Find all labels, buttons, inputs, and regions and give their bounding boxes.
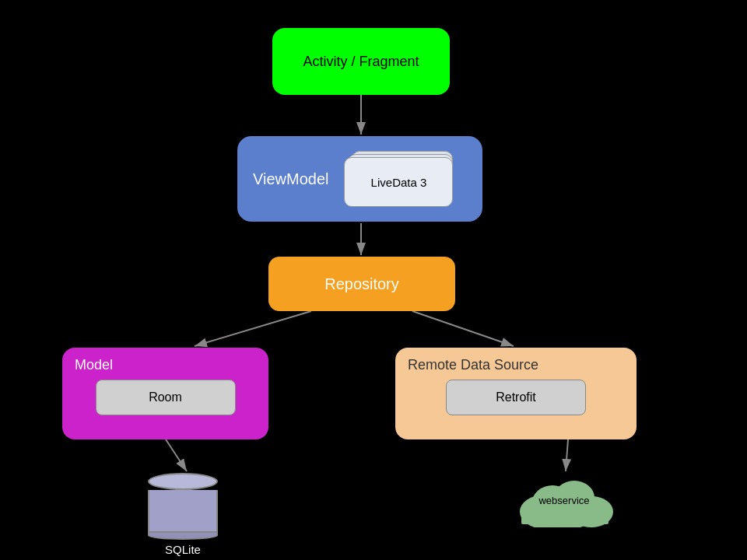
repository-label: Repository (324, 275, 399, 293)
model-box: Model Room (62, 348, 268, 439)
viewmodel-box: ViewModel LiveData 3 (237, 136, 482, 222)
activity-fragment-box: Activity / Fragment (272, 28, 450, 95)
svg-rect-12 (521, 510, 608, 524)
room-label: Room (149, 390, 182, 404)
sqlite-cylinder (148, 473, 218, 540)
architecture-diagram: Activity / Fragment ViewModel LiveData 3… (0, 0, 747, 560)
cylinder-body (148, 490, 218, 533)
repository-box: Repository (268, 257, 455, 311)
model-label: Model (75, 357, 256, 373)
webservice-cloud: webservice (514, 473, 615, 527)
remote-data-source-label: Remote Data Source (408, 357, 624, 373)
svg-line-6 (566, 439, 568, 471)
svg-line-5 (166, 439, 187, 471)
viewmodel-label: ViewModel (253, 170, 328, 188)
retrofit-card: Retrofit (446, 380, 586, 415)
livedata-label: LiveData 3 (371, 176, 427, 189)
sqlite-label: SQLite (165, 543, 201, 556)
livedata-card-front: LiveData 3 (344, 157, 453, 207)
retrofit-label: Retrofit (496, 390, 536, 404)
sqlite-container: SQLite (148, 473, 218, 556)
livedata-stack: LiveData 3 (344, 151, 453, 207)
cylinder-top (148, 473, 218, 490)
webservice-container: webservice (514, 473, 615, 527)
room-card: Room (96, 380, 236, 415)
webservice-label: webservice (538, 495, 589, 506)
activity-fragment-label: Activity / Fragment (303, 54, 419, 70)
svg-line-3 (195, 311, 311, 346)
cylinder-bottom-cap (148, 531, 218, 540)
remote-data-source-box: Remote Data Source Retrofit (395, 348, 637, 439)
svg-line-4 (412, 311, 514, 346)
